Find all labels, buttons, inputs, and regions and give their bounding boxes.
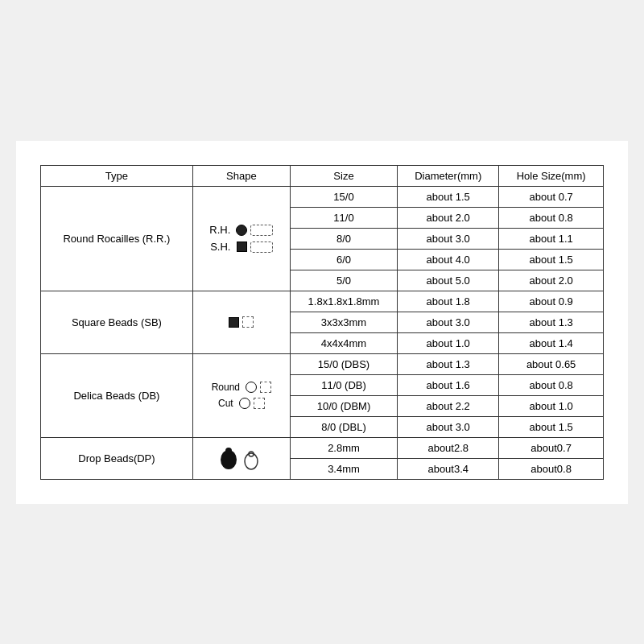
card: Type Shape Size Diameter(mm) Hole Size(m… [16,141,628,504]
sb-square-filled [229,317,239,328]
diameter-cell: about 1.3 [398,353,499,374]
diameter-cell: about 2.0 [398,207,499,228]
type-cell-sb: Square Beads (SB) [41,291,193,353]
size-cell: 8/0 [290,228,397,249]
drop-bead-shapes [217,445,266,471]
hole-cell: about 1.5 [499,249,604,270]
hole-cell: about 0.9 [499,291,604,312]
db-round-square [260,382,271,393]
sh-bead-filled [237,242,247,252]
type-cell-db: Delica Beads (DB) [41,353,193,437]
size-cell: 8/0 (DBL) [290,416,397,437]
size-cell: 15/0 (DBS) [290,353,397,374]
diameter-cell: about 3.0 [398,312,499,332]
db-cut-square [254,398,265,409]
size-cell: 6/0 [290,249,397,270]
diameter-cell: about 3.0 [398,416,499,437]
diameter-cell: about 1.6 [398,374,499,395]
svg-point-1 [225,448,232,454]
db-cut-bead [239,398,250,409]
hole-cell: about 0.8 [499,207,604,228]
size-cell: 10/0 (DBM) [290,395,397,416]
hole-cell: about 1.5 [499,416,604,437]
db-round-label: Round [212,382,240,393]
sh-bead-rect [250,242,273,253]
diameter-cell: about 1.0 [398,332,499,353]
type-cell-dp: Drop Beads(DP) [41,437,193,479]
diameter-cell: about 3.0 [398,228,499,249]
db-round-bead [246,382,257,393]
sb-square-dashed [242,316,254,328]
diameter-cell: about 2.2 [398,395,499,416]
db-cut-label: Cut [218,398,233,409]
diameter-cell: about 4.0 [398,249,499,270]
hole-cell: about0.7 [499,437,604,458]
header-diameter: Diameter(mm) [398,165,499,186]
rh-label: R.H. [209,224,230,236]
shape-cell-rr: R.H. S.H. [192,186,290,291]
size-cell: 2.8mm [290,437,397,458]
diameter-cell: about 5.0 [398,270,499,291]
size-cell: 15/0 [290,186,397,207]
shape-cell-db: Round Cut [192,353,290,437]
sh-label: S.H. [210,241,230,253]
size-cell: 3.4mm [290,458,397,479]
rh-bead-filled [236,225,247,236]
hole-cell: about 1.3 [499,312,604,332]
bead-reference-table: Type Shape Size Diameter(mm) Hole Size(m… [40,165,604,480]
header-type: Type [41,165,193,186]
hole-cell: about 2.0 [499,270,604,291]
shape-cell-sb [192,291,290,353]
size-cell: 5/0 [290,270,397,291]
header-hole-size: Hole Size(mm) [499,165,604,186]
header-shape: Shape [192,165,290,186]
rh-bead-rect [250,225,273,236]
diameter-cell: about 1.8 [398,291,499,312]
size-cell: 1.8x1.8x1.8mm [290,291,397,312]
hole-cell: about 1.1 [499,228,604,249]
hole-cell: about 0.65 [499,353,604,374]
diameter-cell: about 1.5 [398,186,499,207]
hole-cell: about 0.8 [499,374,604,395]
size-cell: 11/0 (DB) [290,374,397,395]
size-cell: 3x3x3mm [290,312,397,332]
hole-cell: about0.8 [499,458,604,479]
diameter-cell: about3.4 [398,458,499,479]
svg-point-2 [245,453,258,469]
type-cell-rr: Round Rocailles (R.R.) [41,186,193,291]
size-cell: 4x4x4mm [290,332,397,353]
hole-cell: about 1.0 [499,395,604,416]
header-size: Size [290,165,397,186]
diameter-cell: about2.8 [398,437,499,458]
hole-cell: about 1.4 [499,332,604,353]
shape-cell-dp [192,437,290,479]
size-cell: 11/0 [290,207,397,228]
hole-cell: about 0.7 [499,186,604,207]
